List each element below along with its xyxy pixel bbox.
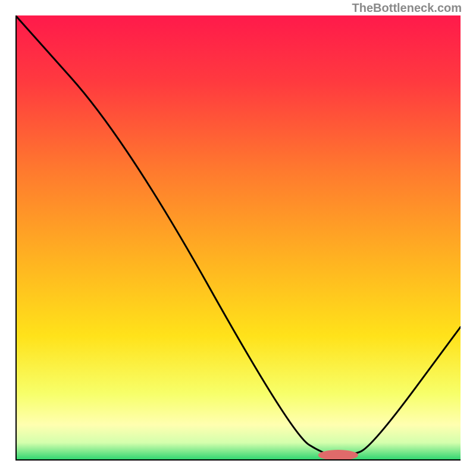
bottleneck-chart: [15, 15, 461, 461]
chart-container: [15, 15, 461, 461]
attribution-text: TheBottleneck.com: [352, 1, 462, 15]
optimum-marker: [318, 450, 358, 461]
plot-background: [15, 15, 461, 461]
